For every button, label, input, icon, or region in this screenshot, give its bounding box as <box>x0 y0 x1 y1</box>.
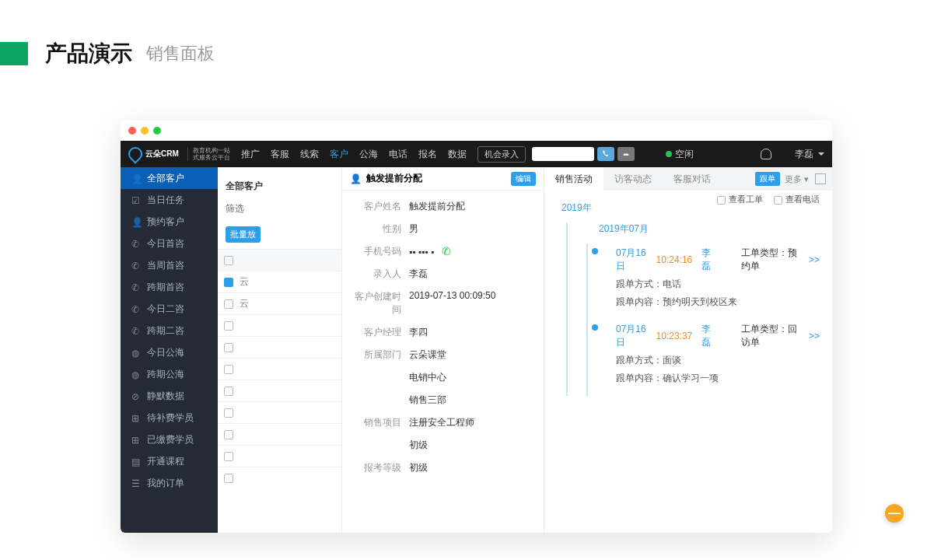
nav-public[interactable]: 公海 <box>359 148 378 161</box>
view-call-toggle[interactable]: 查看电话 <box>774 194 820 205</box>
card-user: 李磊 <box>701 247 716 273</box>
nav-phone[interactable]: 电话 <box>389 148 408 161</box>
nav-signup[interactable]: 报名 <box>418 148 437 161</box>
activity-card[interactable]: 07月16日 10:24:16 李磊 工单类型：预约单 >> 跟单方式：电话 跟… <box>597 243 820 320</box>
checkbox[interactable] <box>224 387 233 396</box>
department: 云朵课堂 <box>409 348 533 362</box>
activity-panel: 销售活动 访客动态 客服对话 跟单 更多 ▾ 查看工单 查看电话 2019年 2… <box>544 167 832 533</box>
checkbox[interactable] <box>224 343 233 352</box>
phone-icon[interactable]: ✆ <box>442 245 451 257</box>
nav-data[interactable]: 数据 <box>448 148 467 161</box>
table-row[interactable] <box>218 467 341 488</box>
accent-bar <box>0 42 28 65</box>
checkbox[interactable] <box>224 452 233 461</box>
table-row[interactable] <box>218 358 341 380</box>
card-method: 跟单方式：电话 <box>616 278 820 291</box>
card-content: 跟单内容：确认学习一项 <box>616 372 820 385</box>
sidebar-item-today-public[interactable]: ◍今日公海 <box>121 341 218 363</box>
table-header <box>218 249 341 271</box>
user-icon: 👤 <box>350 173 362 184</box>
card-more-link[interactable]: >> <box>809 254 820 265</box>
close-dot-icon[interactable] <box>128 127 136 135</box>
tab-service-chat[interactable]: 客服对话 <box>663 167 722 191</box>
sidebar-item-today-first[interactable]: ✆今日首咨 <box>121 233 218 254</box>
sidebar-item-cross-first[interactable]: ✆跨期首咨 <box>121 276 218 298</box>
phone-icon: ✆ <box>131 239 141 248</box>
card-more-link[interactable]: >> <box>809 331 820 341</box>
nav-service[interactable]: 客服 <box>271 148 289 161</box>
sidebar-item-open-course[interactable]: ▤开通课程 <box>121 450 218 472</box>
gender: 男 <box>409 222 533 236</box>
created-time: 2019-07-13 00:09:50 <box>409 290 533 317</box>
minimize-dot-icon[interactable] <box>141 127 149 135</box>
filter-label[interactable]: 筛选 <box>218 198 341 220</box>
table-row[interactable] <box>218 401 341 423</box>
brand-subtitle: 教育机构一站 式服务云平台 <box>193 147 230 161</box>
bulk-release-button[interactable]: 批量放 <box>226 226 261 243</box>
sidebar-item-cross-public[interactable]: ◍跨期公海 <box>121 363 218 385</box>
customer-list: 全部客户 筛选 批量放 云 云 <box>218 167 342 533</box>
book-icon: ▤ <box>131 457 141 466</box>
sidebar-item-pending-fee[interactable]: ⊞待补费学员 <box>121 407 218 429</box>
sidebar-item-today-task[interactable]: ☑当日任务 <box>121 189 218 211</box>
chevron-down-icon[interactable] <box>818 152 824 156</box>
table-row[interactable] <box>218 423 341 445</box>
more-button[interactable]: 更多 ▾ <box>785 173 809 185</box>
checkbox[interactable] <box>224 408 233 418</box>
checkbox-all[interactable] <box>224 256 233 265</box>
brand-logo[interactable]: 云朵CRM <box>128 145 183 163</box>
call-button[interactable] <box>597 147 614 161</box>
table-row[interactable] <box>218 380 341 401</box>
checkbox[interactable] <box>224 430 233 439</box>
nav-customers[interactable]: 客户 <box>330 148 348 161</box>
followup-tag[interactable]: 跟单 <box>755 172 780 186</box>
sidebar-item-all-customers[interactable]: 👤全部客户 <box>121 167 218 189</box>
activity-card[interactable]: 07月16日 10:23:37 李磊 工单类型：回访单 >> 跟单方式：面谈 跟… <box>597 320 820 396</box>
department-2: 电销中心 <box>409 371 533 384</box>
sidebar-item-cross-second[interactable]: ✆跨期二咨 <box>121 320 218 341</box>
user-icon: 👤 <box>131 217 141 226</box>
nav-promote[interactable]: 推广 <box>241 148 260 161</box>
top-nav: 云朵CRM 教育机构一站 式服务云平台 推广 客服 线索 客户 公海 电话 报名… <box>121 141 832 167</box>
table-row[interactable] <box>218 445 341 467</box>
sidebar-item-silent[interactable]: ⊘静默数据 <box>121 385 218 407</box>
sidebar-item-week-first[interactable]: ✆当周首咨 <box>121 254 218 276</box>
opportunity-entry-button[interactable]: 机会录入 <box>477 146 526 163</box>
card-user: 李磊 <box>701 323 716 349</box>
checkbox[interactable] <box>224 278 233 287</box>
hangup-button[interactable] <box>617 147 635 161</box>
table-row[interactable]: 云 <box>218 271 341 292</box>
checkbox[interactable] <box>224 365 233 374</box>
nav-items: 推广 客服 线索 客户 公海 电话 报名 数据 <box>241 148 467 161</box>
current-user[interactable]: 李磊 <box>795 148 813 161</box>
checkbox[interactable] <box>224 299 233 309</box>
table-row[interactable] <box>218 314 341 336</box>
table-row[interactable]: 云 <box>218 292 341 314</box>
sidebar-item-my-orders[interactable]: ☰我的订单 <box>121 472 218 494</box>
checkbox-icon <box>717 196 726 205</box>
tab-sales-activity[interactable]: 销售活动 <box>544 167 603 191</box>
money-icon: ⊞ <box>131 435 141 444</box>
view-ticket-toggle[interactable]: 查看工单 <box>717 194 763 205</box>
card-time: 10:23:37 <box>656 331 693 341</box>
sidebar-item-appointment[interactable]: 👤预约客户 <box>121 211 218 233</box>
copy-icon[interactable] <box>815 173 826 184</box>
card-date: 07月16日 <box>616 323 647 349</box>
tab-visitor[interactable]: 访客动态 <box>603 167 663 191</box>
sidebar-item-today-second[interactable]: ✆今日二咨 <box>121 298 218 320</box>
maximize-dot-icon[interactable] <box>153 127 161 135</box>
checkbox[interactable] <box>224 321 233 331</box>
checkbox[interactable] <box>224 474 233 483</box>
view-filters: 查看工单 查看电话 <box>717 194 820 205</box>
sidebar: 👤全部客户 ☑当日任务 👤预约客户 ✆今日首咨 ✆当周首咨 ✆跨期首咨 ✆今日二… <box>121 167 218 533</box>
status-text[interactable]: 空闲 <box>675 148 694 161</box>
search-input[interactable] <box>532 147 594 161</box>
card-content: 跟单内容：预约明天到校区来 <box>616 296 820 309</box>
edit-button[interactable]: 编辑 <box>511 172 536 186</box>
bell-icon[interactable] <box>761 149 771 159</box>
nav-leads[interactable]: 线索 <box>300 148 319 161</box>
phone-icon: ✆ <box>131 326 141 335</box>
sidebar-item-paid[interactable]: ⊞已缴费学员 <box>121 429 218 450</box>
floating-minimize-button[interactable]: — <box>885 504 904 523</box>
table-row[interactable] <box>218 336 341 358</box>
